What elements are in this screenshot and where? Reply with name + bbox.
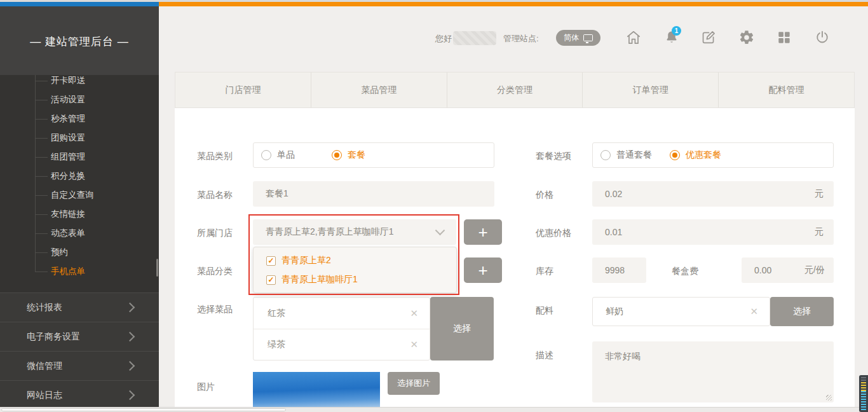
select-dishes-label: 选择菜品 [197, 304, 233, 315]
widget-yellow-stripes [861, 382, 866, 391]
sidebar-item-dynamic-form[interactable]: 动态表单 [0, 224, 159, 243]
price-input[interactable]: 0.02 元 [592, 181, 834, 207]
sidebar-item-points[interactable]: 积分兑换 [0, 167, 159, 186]
remove-dish-icon[interactable]: ✕ [410, 308, 430, 319]
checkbox-checked-icon[interactable] [266, 256, 276, 266]
site-label: 管理站点: [503, 33, 539, 45]
section-label: 统计报表 [27, 302, 62, 312]
tab-category-management[interactable]: 分类管理 [447, 72, 583, 107]
dish-name-input[interactable]: 套餐1 [253, 181, 494, 207]
sidebar-item-groupbuy[interactable]: 团购设置 [0, 128, 159, 148]
stock-value: 9998 [592, 265, 625, 275]
dish-image-thumbnail[interactable] [253, 372, 380, 412]
radio-option-normal-package[interactable]: 普通套餐 [600, 149, 670, 161]
store-select-value: 青青原上草2,青青原上草咖啡厅1 [253, 226, 393, 238]
radio-label: 套餐 [348, 149, 365, 161]
radio-option-single[interactable]: 单品 [261, 149, 332, 161]
chevron-right-icon [125, 390, 135, 401]
sidebar-item-seckill[interactable]: 秒杀管理 [0, 109, 159, 128]
tab-dish-management[interactable]: 菜品管理 [311, 72, 447, 107]
radio-option-combo[interactable]: 套餐 [332, 149, 365, 161]
selected-dishes-box: 红茶 ✕ 绿茶 ✕ [253, 297, 430, 360]
boxfee-input[interactable]: 0.00 元/份 [742, 258, 834, 283]
section-label: 微信管理 [27, 360, 62, 371]
add-store-button[interactable]: + [464, 219, 502, 245]
power-icon[interactable] [814, 29, 831, 46]
radio-label: 普通套餐 [616, 149, 652, 161]
boxfee-value: 0.00 [742, 265, 771, 275]
notification-badge: 1 [672, 26, 681, 36]
top-strip-orange [159, 2, 868, 6]
ingredient-value: 鲜奶 [593, 306, 623, 317]
sidebar-item-activity[interactable]: 活动设置 [0, 90, 159, 109]
package-radio-group: 普通套餐 优惠套餐 [592, 142, 834, 168]
store-select[interactable]: 青青原上草2,青青原上草咖啡厅1 [253, 219, 456, 245]
description-value: 非常好喝 [605, 351, 641, 361]
stock-input[interactable]: 9998 [592, 258, 646, 283]
sidebar-item-mobile-order[interactable]: 手机点单 [0, 262, 159, 281]
sidebar-item-custom-query[interactable]: 自定义查询 [0, 186, 159, 205]
choose-image-button[interactable]: 选择图片 [388, 372, 440, 395]
tab-order-management[interactable]: 订单管理 [582, 72, 718, 107]
sidebar-section-statistics[interactable]: 统计报表 [0, 292, 159, 322]
sidebar-item-card-gift[interactable]: 开卡即送 [0, 71, 159, 90]
add-classify-button[interactable]: + [464, 258, 502, 283]
package-option-label: 套餐选项 [536, 151, 571, 162]
bell-icon[interactable]: 1 [663, 29, 680, 46]
dish-name-label: 菜品名称 [197, 189, 233, 201]
chevron-right-icon [125, 332, 135, 342]
radio-selected-icon [332, 150, 342, 160]
gear-icon[interactable] [738, 29, 755, 46]
price-unit: 元 [815, 188, 834, 200]
language-pill-button[interactable]: 简体 [556, 30, 600, 46]
edit-icon[interactable] [700, 29, 717, 46]
username-redacted [453, 31, 496, 45]
language-label: 简体 [564, 32, 579, 43]
sidebar-item-group[interactable]: 组团管理 [0, 148, 159, 167]
tab-ingredient-management[interactable]: 配料管理 [718, 72, 854, 107]
widget-gray-stripes [861, 377, 866, 382]
store-option-2[interactable]: 青青原上草咖啡厅1 [254, 270, 456, 289]
checkbox-checked-icon[interactable] [266, 275, 276, 285]
resize-handle[interactable] [826, 395, 832, 401]
sidebar-section-ecommerce[interactable]: 电子商务设置 [0, 322, 159, 351]
boxfee-label: 餐盒费 [672, 266, 698, 277]
store-option-1[interactable]: 青青原上草2 [254, 251, 456, 270]
dish-category-radio-group: 单品 套餐 [253, 142, 494, 168]
radio-option-discount-package[interactable]: 优惠套餐 [670, 149, 721, 161]
sidebar-scrollbar-thumb[interactable] [156, 259, 158, 277]
discount-price-unit: 元 [815, 226, 834, 238]
sidebar-item-booking[interactable]: 预约 [0, 243, 159, 262]
remove-ingredient-icon[interactable]: ✕ [750, 306, 770, 317]
dish-category-label: 菜品类别 [197, 151, 233, 162]
radio-label: 优惠套餐 [686, 149, 721, 161]
choose-dishes-button[interactable]: 选择 [430, 297, 494, 360]
top-strip-blue [0, 2, 159, 6]
boxfee-unit: 元/份 [804, 264, 834, 276]
stock-label: 库存 [536, 266, 553, 277]
choose-ingredient-button[interactable]: 选择 [770, 297, 834, 326]
sidebar-section-wechat[interactable]: 微信管理 [0, 351, 159, 380]
ingredient-input[interactable]: 鲜奶 ✕ [592, 297, 770, 326]
store-option-label: 青青原上草咖啡厅1 [281, 274, 358, 285]
remove-dish-icon[interactable]: ✕ [410, 339, 430, 350]
sidebar-item-links[interactable]: 友情链接 [0, 205, 159, 224]
discount-price-input[interactable]: 0.01 元 [592, 219, 834, 245]
sidebar-header: — 建站管理后台 — [0, 6, 159, 75]
discount-price-value: 0.01 [592, 227, 622, 237]
image-label: 图片 [197, 381, 215, 393]
admin-page: — 建站管理后台 — 开卡即送 活动设置 秒杀管理 团购设置 组团管理 积分兑换… [0, 0, 868, 412]
dish-value: 绿茶 [268, 339, 285, 350]
description-textarea[interactable]: 非常好喝 [592, 341, 834, 402]
browser-extension-widget[interactable] [859, 375, 868, 412]
section-label: 网站日志 [27, 390, 62, 400]
grid-apps-icon[interactable] [776, 29, 792, 46]
sidebar-section-site-log[interactable]: 网站日志 [0, 380, 159, 409]
tab-store-management[interactable]: 门店管理 [175, 72, 311, 107]
horizontal-scrollbar[interactable] [0, 407, 868, 412]
description-label: 描述 [536, 350, 553, 361]
home-icon[interactable] [625, 29, 642, 46]
horizontal-scrollbar-thumb[interactable] [1, 408, 286, 411]
widget-cyan-stripes [861, 391, 866, 410]
section-label: 电子商务设置 [27, 331, 80, 341]
